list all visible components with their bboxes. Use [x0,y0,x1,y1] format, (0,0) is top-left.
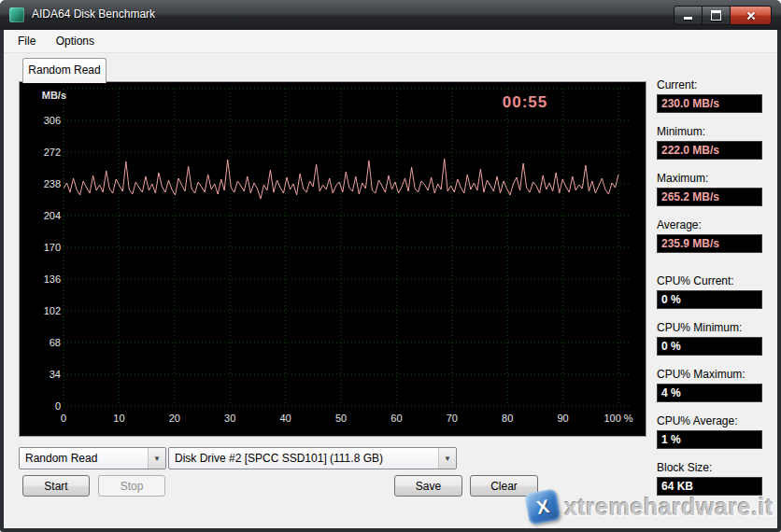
svg-text:50: 50 [335,413,347,424]
watermark-logo-icon: X [524,488,561,525]
stat-cpu-average: CPU% Average: 1 % [657,414,762,449]
save-button[interactable]: Save [394,475,462,497]
svg-text:0: 0 [55,400,61,412]
svg-text:238: 238 [44,178,61,189]
svg-text:20: 20 [169,413,180,424]
disk-drive-select[interactable]: Disk Drive #2 [SPCC SSD101] (111.8 GB) ▼ [168,447,457,469]
minimize-icon [684,17,692,20]
stat-cpu-current: CPU% Current: 0 % [657,274,762,309]
watermark: X xtremehardware.it [527,491,774,523]
start-button[interactable]: Start [22,475,90,497]
menubar: File Options [4,30,777,53]
titlebar: AIDA64 Disk Benchmark [0,0,781,30]
minimize-button[interactable] [674,6,703,25]
window-controls [674,6,772,25]
benchmark-chart: 0346810213617020423827230601020304050607… [19,81,646,437]
stat-cpu-minimum: CPU% Minimum: 0 % [657,321,762,356]
menu-file[interactable]: File [9,30,44,52]
svg-text:10: 10 [113,413,124,424]
svg-text:204: 204 [44,210,61,221]
app-icon [9,7,24,22]
svg-text:102: 102 [44,305,61,316]
window-title: AIDA64 Disk Benchmark [32,7,155,21]
stats-panel: Current: 230.0 MB/s Minimum: 222.0 MB/s … [657,78,762,508]
stat-cpu-maximum: CPU% Maximum: 4 % [657,368,762,402]
svg-text:00:55: 00:55 [503,93,547,111]
svg-text:136: 136 [44,273,61,285]
benchmark-mode-select[interactable]: Random Read ▼ [19,447,166,469]
stat-minimum: Minimum: 222.0 MB/s [657,125,762,160]
svg-text:30: 30 [224,413,235,424]
svg-text:170: 170 [44,242,61,253]
svg-text:MB/s: MB/s [42,90,66,101]
stat-average: Average: 235.9 MB/s [657,218,762,253]
svg-text:60: 60 [390,413,402,424]
maximize-button[interactable] [702,6,731,25]
menu-options[interactable]: Options [48,30,103,52]
svg-text:34: 34 [50,369,61,380]
close-icon [746,10,757,21]
chevron-down-icon[interactable]: ▼ [438,448,456,469]
chart-canvas: 0346810213617020423827230601020304050607… [20,82,646,436]
window: AIDA64 Disk Benchmark File Options Rando… [0,0,781,532]
close-button[interactable] [730,6,772,25]
stop-button[interactable]: Stop [98,475,165,497]
stat-current: Current: 230.0 MB/s [657,78,762,113]
svg-text:70: 70 [447,413,458,424]
stat-maximum: Maximum: 265.2 MB/s [657,172,762,206]
svg-text:90: 90 [557,413,568,424]
tab-random-read[interactable]: Random Read [22,58,106,83]
svg-text:68: 68 [50,337,61,348]
watermark-text: xtremehardware.it [564,494,774,521]
svg-text:40: 40 [279,413,291,424]
svg-text:272: 272 [44,147,61,158]
maximize-icon [711,10,721,21]
svg-text:100 %: 100 % [604,413,632,424]
client-area: File Options Random Read 034681021361702… [4,30,777,528]
svg-text:306: 306 [44,115,61,126]
svg-text:80: 80 [502,413,513,424]
chevron-down-icon[interactable]: ▼ [148,448,165,469]
svg-text:0: 0 [61,413,66,424]
